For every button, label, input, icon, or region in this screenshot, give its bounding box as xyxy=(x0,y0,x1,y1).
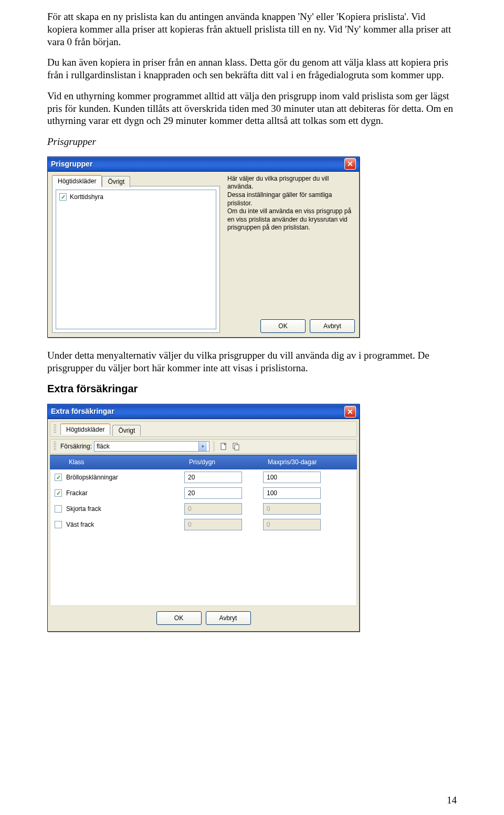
prisgrupp-listbox[interactable]: ✓ Korttidshyra xyxy=(56,190,216,329)
divider xyxy=(214,441,214,452)
pris-input xyxy=(184,519,242,530)
forsakring-combo[interactable]: fläck ▾ xyxy=(94,441,209,452)
close-button[interactable]: ✕ xyxy=(344,158,356,170)
tab-hogtidsklader[interactable]: Högtidskläder xyxy=(60,423,110,435)
prisgrupper-dialog: Prisgrupper ✕ Högtidskläder Övrigt ✓ Kor… xyxy=(47,156,360,338)
close-icon: ✕ xyxy=(347,160,353,168)
grid-header: Klass Pris/dygn Maxpris/30-dagar xyxy=(50,455,357,469)
pris-input[interactable] xyxy=(184,487,242,499)
cancel-button[interactable]: Avbryt xyxy=(310,319,355,333)
extra-forsakringar-dialog: Extra försäkringar ✕ Högtidskläder Övrig… xyxy=(47,404,360,632)
header-klass[interactable]: Klass xyxy=(50,455,184,469)
row-checkbox[interactable]: ✓ xyxy=(55,474,62,481)
row-checkbox[interactable] xyxy=(55,505,62,513)
table-row: ✓Frackar xyxy=(50,485,356,501)
row-label: Frackar xyxy=(66,489,88,497)
new-icon[interactable] xyxy=(218,441,229,452)
tabs-toolbar: Högtidskläder Övrigt xyxy=(50,421,357,437)
combo-value: fläck xyxy=(97,443,110,451)
row-label: Skjorta frack xyxy=(66,505,101,513)
toolbar-grip-icon xyxy=(54,424,56,434)
tab-hogtidsklader[interactable]: Högtidskläder xyxy=(52,175,102,186)
grid-body: ✓Bröllopsklänningar ✓Frackar Skjorta fra… xyxy=(50,469,357,606)
close-icon: ✕ xyxy=(347,408,353,415)
prisgrupper-subheading: Prisgrupper xyxy=(47,135,457,148)
chevron-down-icon: ▾ xyxy=(198,442,207,451)
table-row: Väst frack xyxy=(50,517,356,532)
header-pris[interactable]: Pris/dygn xyxy=(184,455,262,469)
tab-strip: Högtidskläder Övrigt xyxy=(52,175,220,186)
titlebar: Extra försäkringar ✕ xyxy=(48,404,359,419)
insurance-toolbar: Försäkring: fläck ▾ xyxy=(50,439,357,454)
ok-button[interactable]: OK xyxy=(156,611,202,625)
pris-input[interactable] xyxy=(184,472,242,483)
paragraph-3: Vid en uthyrning kommer programmet allti… xyxy=(47,90,457,127)
table-row: Skjorta frack xyxy=(50,501,356,517)
svg-rect-2 xyxy=(235,445,239,450)
row-label: Väst frack xyxy=(66,521,94,529)
maxpris-input[interactable] xyxy=(263,472,321,483)
paragraph-2: Du kan även kopiera in priser från en an… xyxy=(47,56,457,81)
maxpris-input xyxy=(263,503,321,515)
page-number: 14 xyxy=(447,794,457,807)
paragraph-4: Under detta menyalternativ väljer du vil… xyxy=(47,349,457,374)
close-button[interactable]: ✕ xyxy=(344,406,356,417)
paragraph-1: För att skapa en ny prislista kan du ant… xyxy=(47,11,457,48)
tab-content: ✓ Korttidshyra xyxy=(52,186,220,333)
header-maxpris[interactable]: Maxpris/30-dagar xyxy=(262,455,357,469)
toolbar-grip-icon xyxy=(54,442,56,451)
titlebar-title: Prisgrupper xyxy=(51,160,92,169)
info-text: Här väljer du vilka prisgrupper du vill … xyxy=(227,175,355,232)
maxpris-input[interactable] xyxy=(263,487,321,499)
row-checkbox[interactable]: ✓ xyxy=(55,489,62,497)
row-checkbox[interactable] xyxy=(55,521,62,528)
ok-button[interactable]: OK xyxy=(260,319,306,333)
titlebar-title: Extra försäkringar xyxy=(51,407,114,416)
copy-icon[interactable] xyxy=(231,441,242,452)
list-item-label: Korttidshyra xyxy=(70,193,103,201)
titlebar: Prisgrupper ✕ xyxy=(48,157,359,172)
forsakring-label: Försäkring: xyxy=(60,443,92,451)
pris-input xyxy=(184,503,242,515)
tab-ovrigt[interactable]: Övrigt xyxy=(112,425,141,436)
extra-forsakringar-heading: Extra försäkringar xyxy=(47,382,457,395)
list-item[interactable]: ✓ Korttidshyra xyxy=(58,192,214,202)
maxpris-input xyxy=(263,519,321,530)
tab-ovrigt[interactable]: Övrigt xyxy=(102,176,130,187)
table-row: ✓Bröllopsklänningar xyxy=(50,469,356,485)
row-label: Bröllopsklänningar xyxy=(66,474,118,482)
cancel-button[interactable]: Avbryt xyxy=(206,611,251,625)
checkbox-korttidshyra[interactable]: ✓ xyxy=(59,193,67,201)
